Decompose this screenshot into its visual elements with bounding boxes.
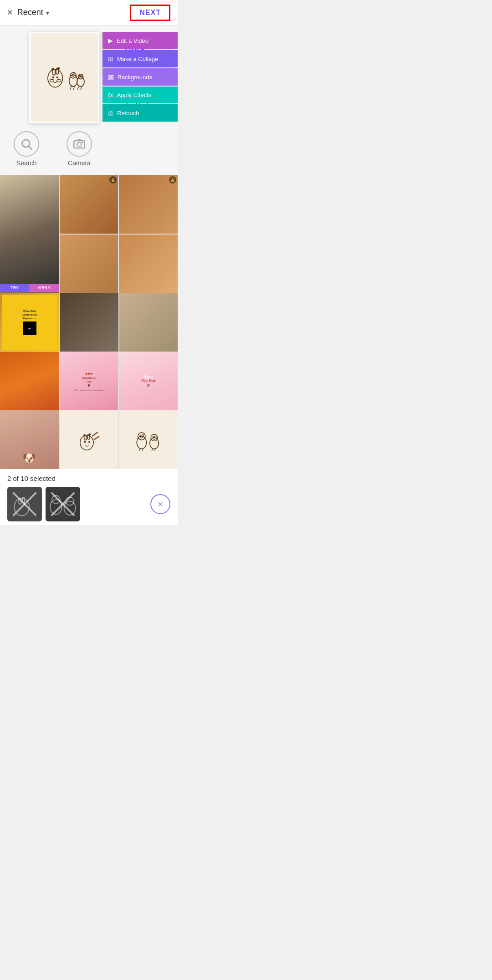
svg-point-41: [89, 434, 91, 436]
floating-action-panel: ▶ Edit a Video ⊞ Make a Collage ▩ Backgr…: [102, 32, 178, 122]
photo-sketch-birds[interactable]: [119, 410, 178, 469]
svg-point-4: [57, 67, 60, 70]
title-dropdown[interactable]: Recent ▾: [17, 8, 49, 17]
photo-coffee-2[interactable]: 🔒: [119, 175, 178, 234]
page-title: Recent: [17, 8, 43, 17]
gallery-row-2: Make Safe Contactless Payments QR: [0, 293, 178, 352]
svg-point-6: [56, 77, 58, 79]
gallery-row-1: TRY APPLY 🔒 🔒: [0, 175, 178, 293]
svg-point-46: [140, 434, 141, 436]
header-left: × Recent ▾: [7, 7, 49, 18]
svg-point-51: [154, 436, 156, 438]
photo-fashion-2b[interactable]: [119, 293, 178, 351]
backgrounds-icon: ▩: [108, 73, 114, 81]
search-icon-circle: [14, 131, 39, 157]
svg-point-42: [84, 441, 86, 443]
app-header: × Recent ▾ NEXT: [0, 0, 178, 26]
retouch-label: Retouch: [117, 110, 139, 117]
photo-gallery: TRY APPLY 🔒 🔒 Make Safe Contactless Paym…: [0, 175, 178, 469]
camera-item[interactable]: Camera: [67, 131, 92, 167]
photo-store[interactable]: Make Safe Contactless Payments QR: [0, 293, 59, 352]
svg-point-5: [52, 77, 54, 79]
photo-bird-orange[interactable]: [0, 352, 59, 411]
svg-point-7: [50, 80, 54, 82]
preview-card-1[interactable]: [29, 32, 99, 123]
backgrounds-label: Backgrounds: [118, 74, 152, 81]
svg-line-33: [29, 146, 31, 149]
gallery-row-4: 🐶: [0, 410, 178, 469]
camera-icon-circle: [67, 131, 92, 157]
svg-rect-36: [82, 142, 83, 143]
retouch-button[interactable]: ◎ Retouch: [102, 104, 178, 122]
search-label: Search: [16, 159, 36, 167]
photo-fashion-2a[interactable]: [60, 293, 118, 351]
svg-point-3: [51, 68, 54, 70]
svg-point-50: [153, 436, 154, 438]
svg-point-14: [79, 75, 81, 77]
edit-video-button[interactable]: ▶ Edit a Video: [102, 32, 178, 49]
chevron-down-icon: ▾: [46, 9, 49, 16]
lock-icon-1: 🔒: [109, 176, 117, 184]
effects-icon: fx: [108, 92, 113, 98]
collage-icon: ⊞: [108, 55, 113, 62]
photo-coffee-4[interactable]: [119, 235, 178, 293]
photo-face[interactable]: 🐶: [0, 410, 59, 469]
svg-point-11: [72, 74, 73, 75]
svg-point-35: [77, 143, 81, 147]
lock-icon-2: 🔒: [169, 176, 176, 184]
photo-sketch-giraffe[interactable]: [60, 410, 118, 469]
selected-thumb-1[interactable]: [7, 487, 42, 521]
selection-count: 2 of 10 selected: [7, 475, 170, 482]
photo-fashion-left[interactable]: TRY APPLY: [0, 175, 59, 293]
gallery-row-3: ♥♥♥ Valentine's Day P This valentine Sho…: [0, 352, 178, 411]
utility-row: Search Camera: [0, 123, 178, 175]
svg-point-47: [142, 434, 144, 436]
apply-effects-label: Apply Effects: [117, 92, 152, 98]
selection-bar: 2 of 10 selected: [0, 469, 178, 525]
svg-point-40: [84, 434, 86, 436]
svg-point-16: [81, 75, 82, 77]
backgrounds-button[interactable]: ▩ Backgrounds: [102, 68, 178, 86]
svg-point-43: [89, 441, 91, 443]
try-badge[interactable]: TRY: [0, 284, 29, 292]
selected-thumb-2[interactable]: [46, 487, 80, 521]
photo-coffee-1[interactable]: 🔒: [60, 175, 118, 234]
selected-thumbnails: ×: [7, 487, 170, 521]
photo-new-year[interactable]: Happy New Year P: [119, 352, 178, 411]
photo-valentine[interactable]: ♥♥♥ Valentine's Day P This valentine Sho…: [60, 352, 118, 411]
fashion-row-2: [60, 293, 178, 352]
edit-video-label: Edit a Video: [117, 37, 149, 44]
svg-point-8: [57, 80, 61, 82]
make-collage-label: Make a Collage: [117, 56, 158, 62]
apply-effects-button[interactable]: fx Apply Effects: [102, 87, 178, 103]
photo-coffee-3[interactable]: [60, 235, 118, 293]
next-button[interactable]: NEXT: [130, 5, 170, 21]
video-icon: ▶: [108, 37, 113, 44]
close-button[interactable]: ×: [7, 7, 13, 18]
clear-selection-button[interactable]: ×: [150, 494, 170, 514]
camera-label: Camera: [68, 159, 91, 167]
apply-badge[interactable]: APPLY: [29, 284, 58, 292]
retouch-icon: ◎: [108, 109, 113, 117]
preview-section: ▶ Edit a Video ⊞ Make a Collage ▩ Backgr…: [0, 26, 178, 175]
svg-point-15: [73, 74, 75, 76]
make-collage-button[interactable]: ⊞ Make a Collage: [102, 50, 178, 67]
search-item[interactable]: Search: [14, 131, 39, 167]
